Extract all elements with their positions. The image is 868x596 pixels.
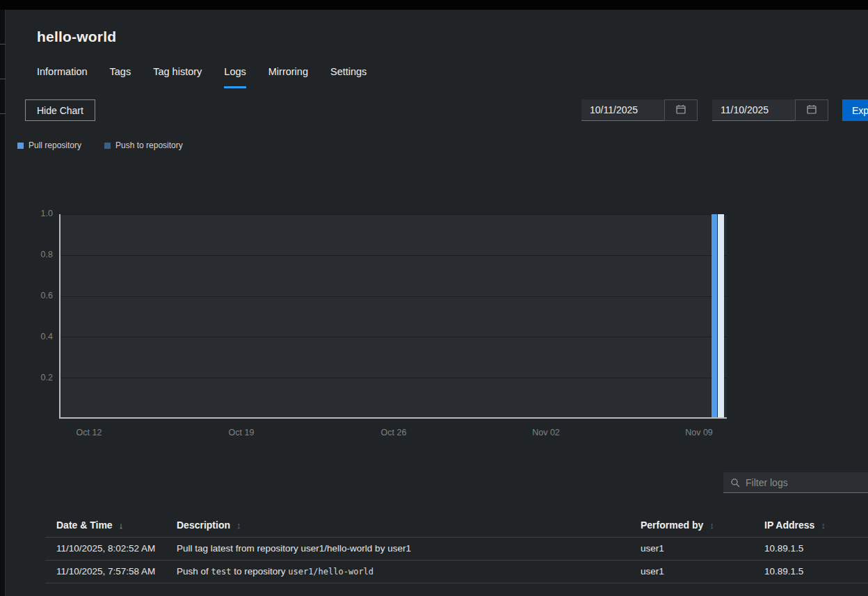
tab-tag-history[interactable]: Tag history (153, 66, 202, 88)
tab-settings[interactable]: Settings (330, 66, 367, 88)
gridline (61, 214, 727, 215)
column-label: IP Address (764, 520, 814, 531)
logs-table: Date & Time↓ Description↕ Performed by↕ … (45, 514, 868, 583)
cell-description: Pull tag latest from repository user1/he… (166, 537, 629, 560)
legend-swatch-push (104, 143, 111, 149)
repo-tabs: Information Tags Tag history Logs Mirror… (37, 66, 367, 88)
logs-activity-chart (59, 214, 727, 419)
bar-push-to-repository[interactable] (718, 214, 724, 417)
sidebar-divider (0, 44, 6, 45)
end-date-calendar-button[interactable] (795, 99, 828, 121)
gridline (61, 378, 727, 378)
collapsed-sidebar (0, 10, 6, 596)
gridline (61, 296, 727, 297)
start-date-calendar-button[interactable] (664, 99, 698, 121)
x-axis-tick: Nov 02 (532, 428, 560, 437)
sort-icon: ↕ (709, 520, 714, 531)
cell-datetime: 11/10/2025, 8:02:52 AM (45, 537, 166, 560)
x-axis-tick: Oct 19 (229, 428, 255, 437)
legend-label-push: Push to repository (115, 140, 183, 150)
table-row: 11/10/2025, 7:57:58 AM Push of test to r… (45, 560, 868, 583)
gridline (61, 337, 727, 337)
cell-datetime: 11/10/2025, 7:57:58 AM (45, 560, 166, 583)
x-axis-tick: Oct 26 (381, 428, 407, 437)
legend-item-push: Push to repository (104, 140, 183, 150)
start-date-input[interactable] (581, 99, 664, 121)
x-axis-tick: Nov 09 (685, 428, 713, 437)
gridline (61, 255, 727, 256)
legend-item-pull: Pull repository (17, 140, 81, 150)
table-row: 11/10/2025, 8:02:52 AM Pull tag latest f… (45, 537, 868, 560)
legend-label-pull: Pull repository (29, 140, 81, 150)
page-title: hello-world (37, 29, 116, 45)
calendar-icon (807, 104, 817, 117)
column-header-performed-by[interactable]: Performed by↕ (629, 514, 753, 537)
end-date-input[interactable] (712, 99, 795, 121)
column-label: Description (177, 520, 230, 531)
y-axis-tick: 0.8 (26, 250, 53, 259)
description-text: to repository (231, 566, 288, 577)
sidebar-divider (0, 113, 6, 114)
x-axis-tick: Oct 12 (77, 428, 102, 437)
calendar-icon (676, 104, 686, 117)
table-header-row: Date & Time↓ Description↕ Performed by↕ … (45, 514, 868, 537)
sort-icon: ↕ (236, 520, 241, 531)
search-icon (730, 478, 740, 488)
y-axis-tick: 0.6 (26, 291, 53, 300)
column-header-description[interactable]: Description↕ (166, 514, 629, 537)
description-text: Push of (177, 566, 211, 577)
top-navbar (0, 0, 868, 10)
sidebar-divider (0, 79, 6, 79)
filter-logs-input[interactable] (746, 477, 861, 488)
column-header-datetime[interactable]: Date & Time↓ (45, 514, 166, 537)
column-label: Performed by (641, 520, 703, 531)
bar-pull-repository[interactable] (712, 214, 717, 417)
tab-logs[interactable]: Logs (224, 66, 246, 88)
tab-mirroring[interactable]: Mirroring (268, 66, 308, 88)
end-date-group (712, 99, 828, 121)
y-axis-tick: 1.0 (26, 209, 53, 218)
cell-ip: 10.89.1.5 (753, 560, 868, 583)
code-chip-repo: user1/hello-world (288, 567, 373, 577)
export-button[interactable]: Export (842, 99, 868, 121)
tab-information[interactable]: Information (37, 66, 88, 88)
filter-logs-box (723, 472, 868, 493)
cell-performed-by: user1 (629, 537, 753, 560)
sort-desc-icon: ↓ (119, 520, 124, 531)
cell-ip: 10.89.1.5 (753, 537, 868, 560)
sort-icon: ↕ (821, 520, 826, 531)
cell-description: Push of test to repository user1/hello-w… (166, 560, 629, 583)
y-axis-tick: 0.4 (26, 332, 53, 341)
column-header-ip-address[interactable]: IP Address↕ (753, 514, 868, 537)
start-date-group (581, 99, 698, 121)
hide-chart-button[interactable]: Hide Chart (25, 99, 95, 121)
y-axis-tick: 0.2 (26, 373, 53, 382)
column-label: Date & Time (56, 520, 113, 531)
cell-performed-by: user1 (629, 560, 753, 583)
code-chip-tag: test (211, 567, 232, 577)
tab-tags[interactable]: Tags (110, 66, 131, 88)
chart-legend: Pull repository Push to repository (17, 140, 183, 150)
legend-swatch-pull (17, 143, 24, 149)
